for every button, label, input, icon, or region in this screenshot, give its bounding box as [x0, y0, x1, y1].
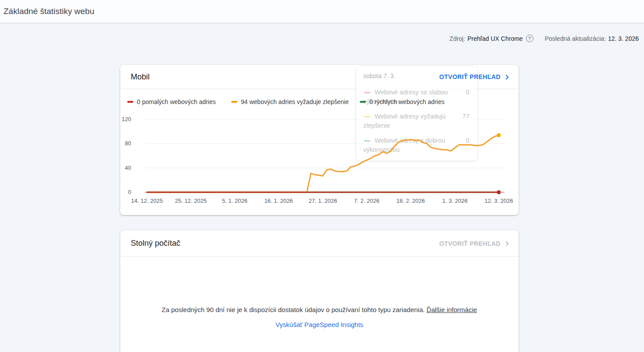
desktop-card-header-divider — [120, 256, 519, 257]
good-dash-icon — [364, 140, 370, 142]
report-meta: Zdroj: Prehľad UX Chrome ? Posledná aktu… — [450, 35, 639, 42]
no-data-message: Za posledných 90 dní nie je k dispozícii… — [162, 306, 427, 313]
help-icon[interactable]: ? — [526, 35, 533, 42]
legend-item-good[interactable]: 0 rýchlych webových adries — [360, 97, 444, 107]
tooltip-value-improve: 77 — [462, 112, 469, 121]
legend-label-good: 0 rýchlych webových adries — [369, 97, 444, 107]
learn-more-link[interactable]: Ďalšie informácie — [426, 306, 477, 313]
desktop-open-report-link: OTVORIŤ PREHĽAD — [439, 240, 508, 247]
no-data-message-row: Za posledných 90 dní nie je k dispozícii… — [120, 306, 519, 313]
legend-item-improve[interactable]: 94 webových adries vyžaduje zlepšenie — [231, 97, 349, 107]
x-tick-5: 7. 2. 2026 — [354, 198, 379, 204]
tooltip-label-improve-wrap: Webové adresy vyžadujú zlepšenie — [363, 112, 469, 130]
tooltip-row-improve: 77 Webové adresy vyžadujú zlepšenie — [363, 112, 470, 130]
tooltip-label-good: Webové adresy s dobrou výkonnosťou — [363, 137, 445, 153]
x-tick-6: 18. 2. 2026 — [396, 198, 425, 204]
x-tick-8: 12. 3. 2026 — [484, 198, 513, 204]
mobile-open-report-label: OTVORIŤ PREHĽAD — [439, 73, 501, 80]
tooltip-label-good-wrap: Webové adresy s dobrou výkonnosťou — [363, 136, 469, 154]
legend-item-poor[interactable]: 0 pomalých webových adries — [127, 97, 216, 107]
good-legend-dash-icon — [360, 101, 366, 103]
updated-label: Posledná aktualizácia: — [545, 35, 606, 42]
x-tick-0: 14. 12. 2025 — [131, 198, 163, 204]
desktop-card: Stolný počítač OTVORIŤ PREHĽAD Za posled… — [120, 230, 519, 352]
tooltip-value-good: 0 — [466, 136, 469, 145]
tooltip-label-improve: Webové adresy vyžadujú zlepšenie — [363, 113, 446, 129]
tooltip-row-good: 0 Webové adresy s dobrou výkonnosťou — [363, 136, 470, 154]
chart-legend: 0 pomalých webových adries 94 webových a… — [120, 97, 519, 107]
mobile-open-report-link[interactable]: OTVORIŤ PREHĽAD — [439, 73, 508, 80]
desktop-card-header: Stolný počítač OTVORIŤ PREHĽAD — [120, 230, 519, 256]
desktop-empty-state: Za posledných 90 dní nie je k dispozícii… — [120, 255, 519, 329]
chevron-right-icon — [504, 75, 508, 79]
help-icon-glyph: ? — [528, 36, 531, 41]
source-label: Zdroj: — [450, 35, 465, 42]
x-tick-1: 25. 12. 2025 — [175, 198, 207, 204]
x-tick-3: 16. 1. 2026 — [264, 198, 293, 204]
desktop-card-title: Stolný počítač — [131, 239, 180, 248]
mobile-card-header: Mobil OTVORIŤ PREHĽAD — [120, 65, 519, 89]
mobile-card-title: Mobil — [131, 72, 150, 82]
legend-label-poor: 0 pomalých webových adries — [137, 97, 216, 107]
improve-dash-icon — [364, 116, 370, 118]
poor-legend-dash-icon — [127, 101, 133, 103]
x-tick-4: 27. 1. 2026 — [308, 198, 337, 204]
desktop-open-report-label: OTVORIŤ PREHĽAD — [439, 240, 501, 247]
legend-label-improve: 94 webových adries vyžaduje zlepšenie — [241, 97, 349, 107]
top-bar: Základné štatistiky webu — [0, 0, 644, 23]
improve-legend-dash-icon — [231, 101, 237, 103]
page-title: Základné štatistiky webu — [4, 7, 94, 16]
source-value: Prehľad UX Chrome — [467, 35, 522, 42]
mobile-card: Mobil OTVORIŤ PREHĽAD sobota 7. 3. 0 Web… — [120, 65, 519, 215]
pagespeed-insights-link[interactable]: Vyskúšať PageSpeed Insights — [275, 321, 363, 328]
x-tick-7: 1. 3. 2026 — [442, 198, 468, 204]
tooltip-value-poor: 0 — [466, 88, 469, 97]
chevron-right-icon — [504, 241, 508, 246]
updated-value: 12. 3. 2026 — [608, 35, 639, 42]
poor-dash-icon — [364, 92, 370, 93]
x-tick-2: 5. 1. 2026 — [222, 198, 247, 204]
